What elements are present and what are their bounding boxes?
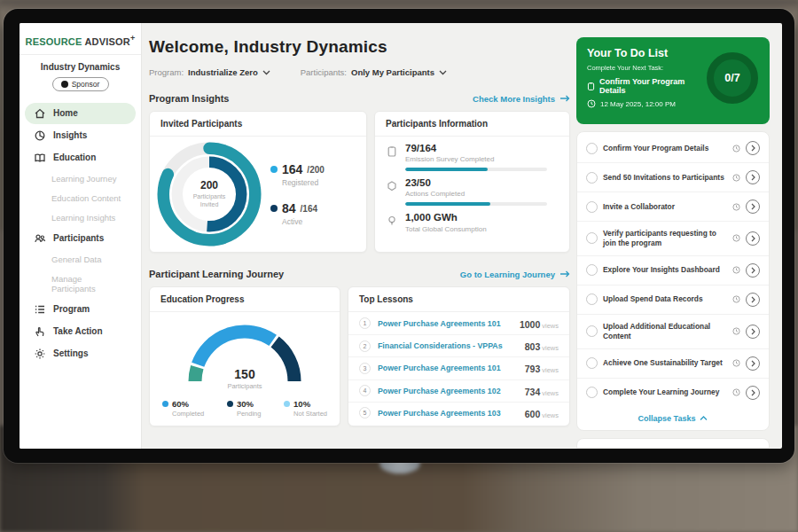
todo-task-row[interactable]: Invite a Collaborator xyxy=(577,192,769,221)
card-title: Top Lessons xyxy=(348,287,569,312)
logo-text-advisor: ADVISOR xyxy=(84,36,130,47)
clock-icon xyxy=(587,99,596,108)
sidebar-item-participants[interactable]: Participants xyxy=(25,228,136,249)
link-label: Check More Insights xyxy=(473,94,555,104)
invited-participants-card: Invited Participants 200 Participants In… xyxy=(149,111,367,253)
sidebar-item-learning-insights[interactable]: Learning Insights xyxy=(25,208,136,227)
sidebar-item-settings[interactable]: Settings xyxy=(25,343,136,364)
todo-task-row[interactable]: Achieve One Sustainability Target xyxy=(577,348,769,378)
sidebar-item-label: Manage Participants xyxy=(51,274,127,293)
lesson-title-link[interactable]: Power Purchase Agreements 101 xyxy=(378,364,525,372)
actions-icon xyxy=(386,180,398,192)
sidebar-item-take-action[interactable]: Take Action xyxy=(25,321,136,342)
sidebar-item-learning-journey[interactable]: Learning Journey xyxy=(25,169,136,188)
program-insights-header: Program Insights Check More Insights xyxy=(149,93,570,104)
card-title: Participants Information xyxy=(375,112,569,137)
todo-task-row[interactable]: Confirm Your Program Details xyxy=(577,134,769,162)
legend-value: 30% xyxy=(237,399,254,409)
lesson-title-link[interactable]: Power Purchase Agreements 102 xyxy=(378,387,525,395)
program-filter-dropdown[interactable]: Program: Industrialize Zero xyxy=(149,67,270,77)
sidebar-item-label: General Data xyxy=(51,254,102,264)
views-suffix: views xyxy=(542,411,559,419)
participants-information-card: Participants Information 79/164 Emission… xyxy=(374,111,570,253)
education-progress-card: Education Progress 150 Participants 60% … xyxy=(149,286,340,426)
sidebar-item-education-content[interactable]: Education Content xyxy=(25,189,136,207)
participants-filter-dropdown[interactable]: Participants: Only My Participants xyxy=(301,67,447,77)
task-chevron-button[interactable] xyxy=(746,293,760,307)
todo-task-row[interactable]: Explore Your Insights Dashboard xyxy=(577,255,769,285)
sponsor-badge: Sponsor xyxy=(52,77,109,91)
top-lessons-card: Top Lessons 1 Power Purchase Agreements … xyxy=(348,286,570,426)
task-checkbox[interactable] xyxy=(586,357,598,369)
todo-task-row[interactable]: Complete Your Learning Journey xyxy=(577,378,769,407)
legend-value: 164 xyxy=(282,162,302,176)
task-checkbox[interactable] xyxy=(586,387,598,398)
main-content: Welcome, Industry Dynamics Program: Indu… xyxy=(149,23,570,426)
task-checkbox[interactable] xyxy=(586,172,598,184)
task-chevron-button[interactable] xyxy=(746,325,760,339)
app-logo[interactable]: RESOURCE ADVISOR+ xyxy=(20,23,141,55)
task-label: Send 50 Invitations to Participants xyxy=(603,173,727,183)
metric-actions: 23/50 Actions Completed xyxy=(386,177,559,206)
sidebar-item-manage-participants[interactable]: Manage Participants xyxy=(25,270,136,298)
task-checkbox[interactable] xyxy=(586,232,598,244)
card-title: Invited Participants xyxy=(150,112,366,137)
home-icon xyxy=(34,107,46,120)
collapse-tasks-link[interactable]: Collapse Tasks xyxy=(577,407,769,428)
clipboard-icon xyxy=(587,82,595,91)
todo-task-row[interactable]: Send 50 Invitations to Participants xyxy=(577,162,769,192)
progress-bar-fill xyxy=(405,202,490,206)
sidebar-item-label: Home xyxy=(53,108,78,118)
legend-label: Not Started xyxy=(293,410,327,418)
sidebar-item-label: Learning Journey xyxy=(51,174,116,184)
dashboard-screen: RESOURCE ADVISOR+ Industry Dynamics Spon… xyxy=(20,23,782,449)
sidebar-item-insights[interactable]: Insights xyxy=(25,125,136,146)
lesson-row: 4 Power Purchase Agreements 102 734views xyxy=(348,379,569,402)
task-chevron-button[interactable] xyxy=(746,263,760,278)
program-filter-value: Industrialize Zero xyxy=(188,67,258,77)
sidebar-item-general-data[interactable]: General Data xyxy=(25,250,136,269)
sidebar-item-label: Take Action xyxy=(53,326,103,336)
settings-gear-icon xyxy=(34,348,46,360)
task-chevron-button[interactable] xyxy=(746,200,760,214)
todo-task-row[interactable]: Upload Additional Educational Content xyxy=(577,314,769,348)
sidebar-item-home[interactable]: Home xyxy=(25,103,136,124)
task-chevron-button[interactable] xyxy=(746,170,760,184)
metric-value: 79/164 xyxy=(405,143,547,154)
lesson-title-link[interactable]: Power Purchase Agreements 103 xyxy=(378,409,525,418)
todo-progress-ring: 0/7 xyxy=(707,52,758,104)
task-checkbox[interactable] xyxy=(586,325,598,337)
clock-icon xyxy=(732,174,740,182)
task-checkbox[interactable] xyxy=(586,293,598,305)
task-checkbox[interactable] xyxy=(586,143,598,154)
legend-pending: 30% Pending xyxy=(227,399,262,418)
todo-task-row[interactable]: Upload Spend Data Records xyxy=(577,285,769,314)
lesson-title-link[interactable]: Power Purchase Agreements 101 xyxy=(378,319,520,328)
task-checkbox[interactable] xyxy=(586,264,598,276)
legend-value: 10% xyxy=(293,399,310,409)
task-label: Invite a Collaborator xyxy=(603,202,727,212)
sidebar-item-label: Settings xyxy=(53,348,88,358)
chevron-right-icon xyxy=(751,328,755,335)
card-title: Education Progress xyxy=(150,287,340,312)
lesson-rank: 2 xyxy=(359,340,371,352)
check-more-insights-link[interactable]: Check More Insights xyxy=(473,94,570,104)
todo-task-row[interactable]: Verify participants requesting to join t… xyxy=(577,221,769,255)
sidebar-item-program[interactable]: Program xyxy=(25,299,136,320)
clock-icon xyxy=(732,266,740,274)
go-to-learning-journey-link[interactable]: Go to Learning Journey xyxy=(460,270,570,279)
task-chevron-button[interactable] xyxy=(746,356,760,371)
lesson-title-link[interactable]: Financial Considerations - VPPAs xyxy=(378,341,525,350)
task-label: Upload Additional Educational Content xyxy=(603,322,727,341)
sidebar-nav: Home Insights Education Learning Journey… xyxy=(20,100,141,367)
task-chevron-button[interactable] xyxy=(746,386,760,400)
task-chevron-button[interactable] xyxy=(746,231,760,246)
legend-label: Active xyxy=(282,217,325,226)
education-gauge-chart: 150 Participants 60% Completed 30% Pendi… xyxy=(150,312,340,418)
legend-label: Pending xyxy=(237,410,262,418)
insights-icon xyxy=(34,129,46,142)
metric-label: Total Global Consumption xyxy=(405,225,487,233)
task-chevron-button[interactable] xyxy=(746,141,760,155)
task-checkbox[interactable] xyxy=(586,201,598,213)
sidebar-item-education[interactable]: Education xyxy=(25,147,136,168)
